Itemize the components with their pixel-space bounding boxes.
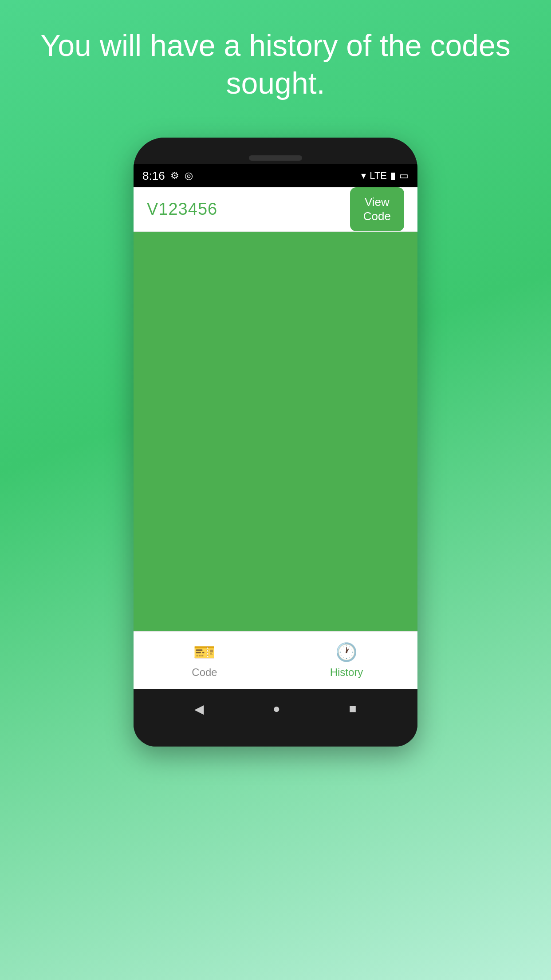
status-right: ▾ LTE ▮ ▭ (361, 170, 409, 182)
signal-icon: ▮ (390, 170, 396, 182)
app-header: V123456 ViewCode (134, 187, 417, 232)
app-main-content (134, 232, 417, 631)
status-bar: 8:16 ⚙ ◎ ▾ LTE ▮ ▭ (134, 164, 417, 187)
recents-button[interactable]: ■ (349, 702, 357, 716)
view-code-button[interactable]: ViewCode (350, 187, 404, 231)
phone-bottom-bar (134, 729, 417, 747)
phone-speaker (249, 155, 302, 161)
vpn-icon: ◎ (185, 170, 193, 182)
home-button[interactable]: ● (273, 702, 280, 716)
history-nav-label: History (330, 666, 363, 679)
android-nav-bar: ◀ ● ■ (134, 689, 417, 729)
settings-icon: ⚙ (170, 170, 179, 182)
wifi-icon: ▾ (361, 170, 366, 182)
app-content: V123456 ViewCode 🎫 Code 🕐 History (134, 187, 417, 689)
code-label: V123456 (147, 200, 217, 219)
status-left: 8:16 ⚙ ◎ (142, 169, 193, 183)
code-nav-label: Code (192, 666, 217, 679)
phone-top (134, 138, 417, 164)
lte-label: LTE (370, 170, 387, 182)
nav-item-code[interactable]: 🎫 Code (134, 642, 276, 679)
back-button[interactable]: ◀ (194, 702, 204, 716)
phone-frame: 8:16 ⚙ ◎ ▾ LTE ▮ ▭ V123456 ViewCode (134, 138, 417, 747)
phone-mockup: 8:16 ⚙ ◎ ▾ LTE ▮ ▭ V123456 ViewCode (134, 138, 417, 747)
code-nav-icon: 🎫 (193, 642, 216, 663)
headline-text: You will have a history of the codes sou… (0, 0, 551, 120)
bottom-nav: 🎫 Code 🕐 History (134, 631, 417, 689)
status-time: 8:16 (142, 169, 165, 183)
battery-icon: ▭ (399, 170, 409, 182)
nav-item-history[interactable]: 🕐 History (276, 642, 417, 679)
history-nav-icon: 🕐 (335, 642, 358, 663)
